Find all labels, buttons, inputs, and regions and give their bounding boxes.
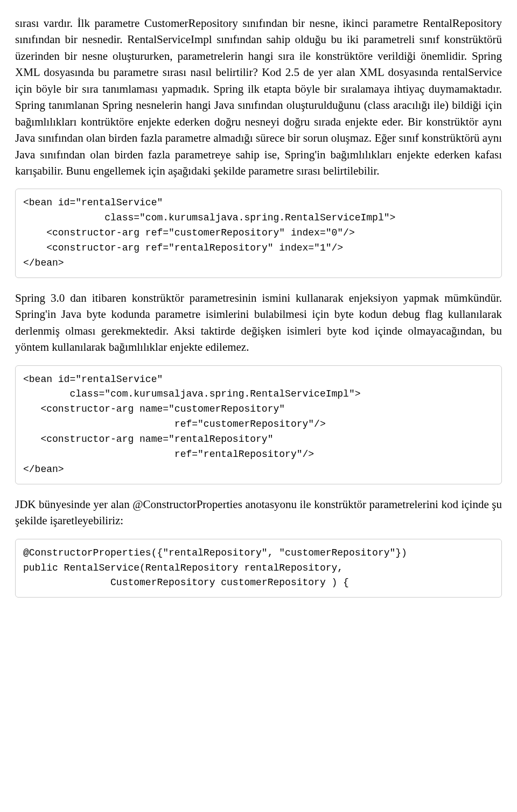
body-paragraph-1: sırası vardır. İlk parametre CustomerRep… <box>15 15 502 179</box>
code-block-3: @ConstructorProperties({"rentalRepositor… <box>15 539 502 598</box>
body-paragraph-2: Spring 3.0 dan itibaren konstrüktör para… <box>15 290 502 356</box>
code-block-2: <bean id="rentalService" class="com.kuru… <box>15 365 502 484</box>
body-paragraph-3: JDK bünyesinde yer alan @ConstructorProp… <box>15 496 502 529</box>
code-block-1: <bean id="rentalService" class="com.kuru… <box>15 189 502 277</box>
